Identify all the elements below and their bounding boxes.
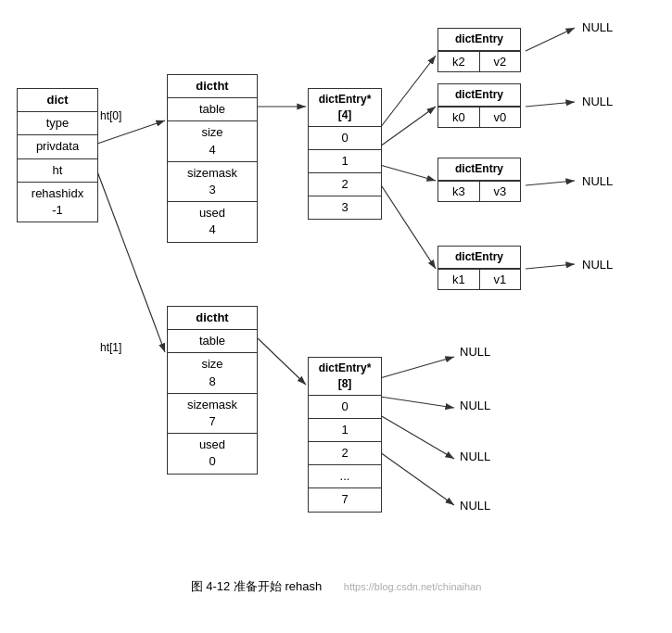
array0-cell0: 0	[309, 127, 381, 150]
array0-cell2: 2	[309, 173, 381, 196]
entry-k2v2: dictEntry k2 v2	[437, 28, 521, 72]
caption-subtitle: https://blog.csdn.net/chinaihan	[344, 581, 482, 592]
dict-ht: ht	[18, 159, 97, 183]
null-label-0: NULL	[582, 20, 613, 34]
entry-k1v1: dictEntry k1 v1	[437, 246, 521, 290]
array1-cell2: 2	[309, 442, 381, 465]
svg-line-12	[526, 264, 575, 269]
entry-k3-val: v3	[480, 182, 521, 201]
dictht0-used: used4	[168, 202, 257, 241]
array0-box: dictEntry*[4] 0 1 2 3	[308, 88, 382, 220]
dictht0-table: table	[168, 98, 257, 121]
svg-line-8	[380, 184, 436, 269]
dictht0-sizemask: sizemask3	[168, 162, 257, 202]
null-label-7: NULL	[460, 499, 490, 513]
svg-line-13	[380, 357, 454, 378]
dictht0-size: size4	[168, 121, 257, 161]
dictht0-box: dictht table size4 sizemask3 used4	[167, 74, 258, 243]
entry-k2-val: v2	[480, 52, 521, 71]
array0-cell3: 3	[309, 196, 381, 219]
array1-box: dictEntry*[8] 0 1 2 ... 7	[308, 357, 382, 513]
dictht1-used: used0	[168, 434, 257, 473]
svg-line-15	[380, 415, 454, 459]
entry-k0-key: k0	[438, 108, 480, 127]
dict-type: type	[18, 112, 97, 135]
svg-line-1	[97, 120, 165, 144]
entry-k0v0-label: dictEntry	[438, 84, 520, 107]
array1-cell7: 7	[309, 488, 381, 511]
entry-k2v2-label: dictEntry	[438, 29, 520, 51]
entry-k2-key: k2	[438, 52, 480, 71]
caption-text: 图 4-12 准备开始 rehash	[191, 579, 323, 593]
svg-line-14	[380, 397, 454, 408]
dictht1-size: size8	[168, 353, 257, 393]
entry-k1-key: k1	[438, 270, 480, 289]
svg-line-16	[380, 452, 454, 505]
svg-line-2	[97, 171, 165, 352]
array1-cell1: 1	[309, 419, 381, 442]
null-label-4: NULL	[460, 345, 490, 359]
entry-k3v3: dictEntry k3 v3	[437, 158, 521, 202]
entry-k1v1-label: dictEntry	[438, 247, 520, 269]
svg-line-5	[380, 56, 436, 128]
svg-line-11	[526, 181, 575, 185]
entry-k3v3-label: dictEntry	[438, 158, 520, 181]
null-label-5: NULL	[460, 399, 490, 412]
null-label-1: NULL	[582, 95, 613, 108]
svg-line-4	[258, 338, 306, 385]
dictht1-sizemask: sizemask7	[168, 394, 257, 434]
entry-k1-val: v1	[480, 270, 521, 289]
null-label-6: NULL	[460, 449, 490, 463]
array1-celldots: ...	[309, 465, 381, 488]
null-label-2: NULL	[582, 174, 613, 188]
svg-line-10	[526, 102, 575, 107]
array0-label: dictEntry*[4]	[309, 89, 381, 127]
ht1-label: ht[1]	[100, 341, 121, 354]
entry-k0-val: v0	[480, 108, 521, 127]
dict-box: dict type privdata ht rehashidx-1	[17, 88, 98, 222]
ht0-label: ht[0]	[100, 109, 121, 122]
dict-label: dict	[18, 89, 97, 112]
svg-line-9	[526, 28, 575, 51]
dict-privdata: privdata	[18, 135, 97, 158]
svg-line-6	[380, 107, 436, 146]
entry-k3-key: k3	[438, 182, 480, 201]
dictht1-table: table	[168, 330, 257, 353]
svg-line-7	[380, 165, 436, 181]
dictht1-label: dictht	[168, 307, 257, 330]
dict-rehashidx: rehashidx-1	[18, 183, 97, 222]
array1-cell0: 0	[309, 396, 381, 419]
caption-area: 图 4-12 准备开始 rehash https://blog.csdn.net…	[0, 578, 672, 595]
entry-k0v0: dictEntry k0 v0	[437, 83, 521, 128]
null-label-3: NULL	[582, 258, 613, 272]
dictht0-label: dictht	[168, 75, 257, 98]
array1-label: dictEntry*[8]	[309, 358, 381, 396]
dictht1-box: dictht table size8 sizemask7 used0	[167, 306, 258, 475]
array0-cell1: 1	[309, 150, 381, 173]
